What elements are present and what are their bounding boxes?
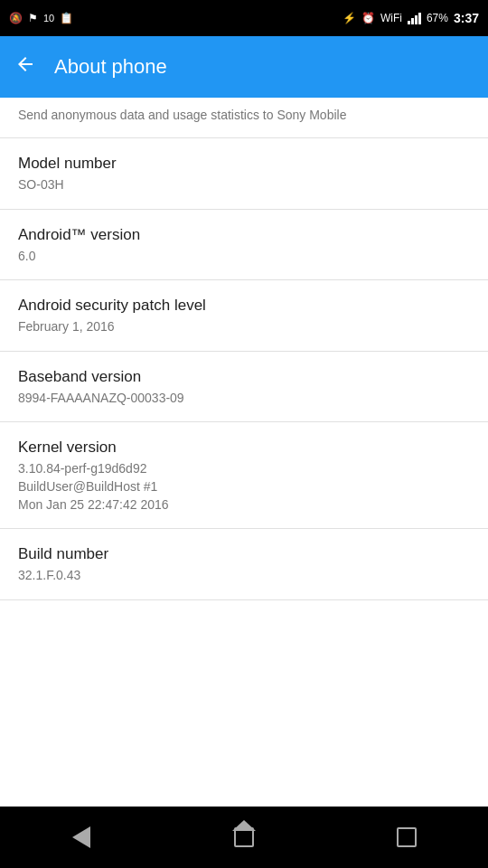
battery-percent: 67% — [427, 12, 448, 24]
back-triangle-icon — [72, 826, 90, 848]
kernel-label: Kernel version — [18, 439, 470, 457]
nav-recents-button[interactable] — [380, 810, 434, 864]
status-bar: 🔕 ⚑ 10 📋 ⚡ ⏰ WiFi 67% 3:37 — [0, 0, 488, 36]
home-icon — [234, 827, 254, 847]
baseband-label: Baseband version — [18, 368, 470, 386]
sim-icon: 📋 — [60, 12, 73, 24]
bluetooth-icon: ⚡ — [343, 12, 356, 24]
app-bar: About phone — [0, 36, 488, 98]
nav-back-button[interactable] — [54, 810, 108, 864]
build-number-value: 32.1.F.0.43 — [18, 567, 470, 585]
status-icons-right: ⚡ ⏰ WiFi 67% 3:37 — [343, 11, 479, 25]
security-patch-value: February 1, 2016 — [18, 318, 470, 336]
flag-icon: ⚑ — [28, 12, 38, 24]
android-version-label: Android™ version — [18, 226, 470, 244]
list-item-kernel[interactable]: Kernel version 3.10.84-perf-g19d6d92 Bui… — [0, 422, 488, 529]
notification-icon: 🔕 — [9, 12, 23, 24]
alarm-icon: ⏰ — [361, 12, 375, 24]
status-icons-left: 🔕 ⚑ 10 📋 — [9, 12, 73, 24]
recents-icon — [397, 827, 417, 847]
android-version-value: 6.0 — [18, 248, 470, 266]
list-item-model-number[interactable]: Model number SO-03H — [0, 138, 488, 210]
status-time: 3:37 — [454, 11, 479, 25]
bottom-nav — [0, 807, 488, 868]
wifi-icon: WiFi — [380, 12, 402, 24]
model-number-label: Model number — [18, 155, 470, 173]
signal-bars — [408, 12, 421, 24]
back-button[interactable] — [14, 53, 36, 80]
list-item-build-number[interactable]: Build number 32.1.F.0.43 — [0, 529, 488, 600]
page-title: About phone — [54, 55, 167, 79]
list-item-baseband[interactable]: Baseband version 8994-FAAAANAZQ-00033-09 — [0, 352, 488, 423]
kernel-value: 3.10.84-perf-g19d6d92 BuildUser@BuildHos… — [18, 460, 470, 514]
list-item-security-patch[interactable]: Android security patch level February 1,… — [0, 280, 488, 352]
baseband-value: 8994-FAAAANAZQ-00033-09 — [18, 390, 470, 408]
list-item-send-anonymous: Send anonymous data and usage statistics… — [0, 98, 488, 138]
security-patch-label: Android security patch level — [18, 297, 470, 315]
build-number-label: Build number — [18, 545, 470, 563]
num-icon: 10 — [43, 13, 54, 24]
send-anonymous-text: Send anonymous data and usage statistics… — [18, 108, 346, 122]
content-area: Send anonymous data and usage statistics… — [0, 98, 488, 807]
nav-home-button[interactable] — [217, 810, 271, 864]
list-item-android-version[interactable]: Android™ version 6.0 — [0, 210, 488, 281]
model-number-value: SO-03H — [18, 176, 470, 194]
